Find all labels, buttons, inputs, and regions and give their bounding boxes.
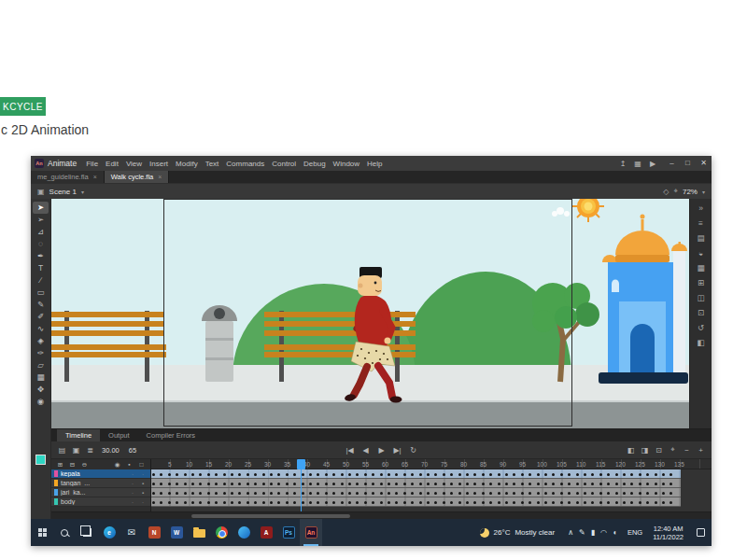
taskbar-app-photoshop[interactable]: Ps bbox=[277, 519, 300, 546]
lasso-tool[interactable]: ◌ bbox=[33, 238, 49, 250]
timeline-zoom-in-icon[interactable]: + bbox=[696, 446, 706, 455]
hand-tool[interactable]: ✥ bbox=[33, 384, 49, 396]
lock-all-layers-icon[interactable]: ▪ bbox=[125, 461, 134, 468]
layer-lock-icon[interactable]: ▪ bbox=[139, 490, 147, 496]
menu-view[interactable]: View bbox=[122, 160, 146, 168]
tab-close-icon[interactable]: × bbox=[158, 174, 162, 180]
layer-frames-row[interactable] bbox=[151, 497, 681, 507]
taskbar-app-mail[interactable]: ✉ bbox=[120, 519, 143, 546]
workspace-layout-icon[interactable]: ▦ bbox=[630, 160, 645, 168]
restore-button[interactable]: □ bbox=[680, 156, 696, 171]
layer-row[interactable]: kepala·· bbox=[51, 469, 150, 479]
zoom-dropdown-caret[interactable]: ▾ bbox=[702, 189, 705, 195]
new-folder-button[interactable]: ⊟ bbox=[68, 461, 77, 469]
scene-breadcrumb[interactable]: Scene 1 bbox=[49, 188, 77, 196]
selection-tool[interactable]: ➤ bbox=[33, 202, 49, 214]
menu-debug[interactable]: Debug bbox=[300, 160, 330, 168]
properties-panel-icon[interactable]: ≡ bbox=[693, 217, 710, 230]
menu-text[interactable]: Text bbox=[202, 160, 223, 168]
camera-icon[interactable]: ▣ bbox=[71, 446, 81, 455]
subselection-tool[interactable]: ➢ bbox=[33, 214, 49, 226]
tray-chevron-up-icon[interactable]: ∧ bbox=[568, 528, 573, 537]
notification-center-button[interactable] bbox=[689, 519, 712, 546]
eraser-tool[interactable]: ▱ bbox=[33, 359, 49, 371]
stage-canvas[interactable] bbox=[51, 199, 689, 428]
free-transform-tool[interactable]: ⊿ bbox=[33, 226, 49, 238]
taskbar-app-onenote[interactable]: N bbox=[143, 519, 165, 546]
outline-all-layers-icon[interactable]: □ bbox=[137, 461, 146, 468]
timeline-tab-compiler-errors[interactable]: Compiler Errors bbox=[138, 429, 204, 441]
menu-modify[interactable]: Modify bbox=[172, 160, 202, 168]
info-panel-icon[interactable]: ◫ bbox=[693, 291, 710, 304]
text-tool[interactable]: T bbox=[33, 262, 49, 274]
layer-frames-row[interactable] bbox=[151, 479, 681, 488]
layer-visibility-dot[interactable]: · bbox=[129, 490, 136, 496]
step-back-button[interactable]: ◀ bbox=[360, 446, 371, 455]
titlebar[interactable]: An Animate FileEditViewInsertModifyTextC… bbox=[31, 156, 712, 171]
taskbar-app-animate[interactable]: An bbox=[300, 519, 322, 546]
tray-network-icon[interactable]: ◠ bbox=[600, 528, 607, 537]
center-playhead-button[interactable]: ⌖ bbox=[668, 445, 678, 455]
go-to-first-frame-button[interactable]: |◀ bbox=[345, 446, 355, 455]
pen-tool[interactable]: ✒ bbox=[33, 250, 49, 262]
tray-battery-icon[interactable]: ▮ bbox=[591, 528, 595, 537]
layer-visibility-dot[interactable]: · bbox=[129, 481, 136, 486]
swatches-panel-icon[interactable]: ▦ bbox=[693, 261, 710, 274]
library-panel-icon[interactable]: ▤ bbox=[693, 231, 710, 245]
layer-frames-row[interactable] bbox=[151, 469, 681, 479]
timeline-ruler[interactable]: 5101520253035404550556065707580859095100… bbox=[151, 459, 712, 469]
fill-color-swatch[interactable] bbox=[35, 455, 46, 465]
collapse-panels-icon[interactable]: » bbox=[693, 202, 710, 215]
layer-visibility-dot[interactable]: · bbox=[129, 499, 136, 505]
zoom-level-select[interactable]: 72% bbox=[683, 188, 698, 196]
scene-dropdown-caret[interactable]: ▾ bbox=[81, 189, 84, 195]
paint-bucket-tool[interactable]: ◈ bbox=[33, 335, 49, 347]
align-panel-icon[interactable]: ⊞ bbox=[693, 276, 710, 289]
share-icon[interactable]: ↥ bbox=[615, 160, 630, 168]
frame-rate-value[interactable]: 30.00 bbox=[99, 446, 122, 455]
playhead[interactable] bbox=[297, 459, 305, 469]
loop-button[interactable]: ↻ bbox=[408, 446, 418, 455]
layer-lock-icon[interactable]: ▪ bbox=[139, 481, 147, 486]
rectangle-tool[interactable]: ▭ bbox=[33, 287, 49, 299]
timeline-zoom-out-icon[interactable]: − bbox=[682, 446, 692, 455]
menu-file[interactable]: File bbox=[82, 160, 102, 168]
menu-commands[interactable]: Commands bbox=[222, 160, 268, 168]
menu-control[interactable]: Control bbox=[268, 160, 300, 168]
camera-tool[interactable]: ▦ bbox=[33, 371, 49, 384]
start-button[interactable] bbox=[31, 519, 53, 546]
timeline-scrollbar-thumb[interactable] bbox=[191, 514, 350, 518]
onion-skin-outlines-button[interactable]: ◨ bbox=[640, 446, 650, 455]
advanced-layers-icon[interactable]: ≣ bbox=[85, 446, 95, 455]
center-stage-icon[interactable]: ⌖ bbox=[673, 187, 678, 196]
taskbar-app-chrome[interactable] bbox=[210, 519, 233, 546]
taskbar-app-file-explorer[interactable] bbox=[188, 519, 210, 546]
play-button[interactable]: ▶ bbox=[376, 446, 387, 455]
layer-frames-row[interactable] bbox=[151, 488, 681, 497]
menu-insert[interactable]: Insert bbox=[146, 160, 172, 168]
eyedropper-tool[interactable]: ✑ bbox=[33, 347, 49, 359]
onion-skin-button[interactable]: ◧ bbox=[626, 446, 636, 455]
new-layer-button[interactable]: ⊞ bbox=[56, 461, 64, 469]
document-tab[interactable]: Walk cycle.fla× bbox=[105, 171, 170, 183]
tray-pen-icon[interactable]: ✎ bbox=[579, 528, 585, 537]
timeline-tab-output[interactable]: Output bbox=[100, 429, 138, 441]
clock[interactable]: 12:40 AM 11/1/2022 bbox=[647, 519, 689, 546]
step-forward-button[interactable]: ▶| bbox=[392, 446, 402, 455]
delete-layer-button[interactable]: ⊖ bbox=[80, 461, 89, 469]
edit-symbols-icon[interactable]: ◇ bbox=[663, 188, 669, 196]
close-button[interactable]: ✕ bbox=[696, 156, 712, 171]
layer-lock-icon[interactable]: · bbox=[139, 499, 147, 505]
search-button[interactable] bbox=[53, 519, 76, 546]
menu-window[interactable]: Window bbox=[330, 160, 363, 168]
bone-tool[interactable]: ∿ bbox=[33, 323, 49, 335]
layer-row[interactable]: tangan_...·▪ bbox=[51, 479, 150, 488]
taskbar-app-word[interactable]: W bbox=[165, 519, 188, 546]
frames-area[interactable]: 5101520253035404550556065707580859095100… bbox=[151, 459, 712, 511]
brush-tool[interactable]: ✐ bbox=[33, 311, 49, 323]
test-movie-icon[interactable]: ▶ bbox=[645, 160, 660, 168]
document-tab[interactable]: me_guideline.fla× bbox=[31, 171, 105, 183]
layer-row[interactable]: jari_ka...·▪ bbox=[51, 488, 150, 497]
menu-edit[interactable]: Edit bbox=[102, 160, 122, 168]
menu-help[interactable]: Help bbox=[363, 160, 386, 168]
